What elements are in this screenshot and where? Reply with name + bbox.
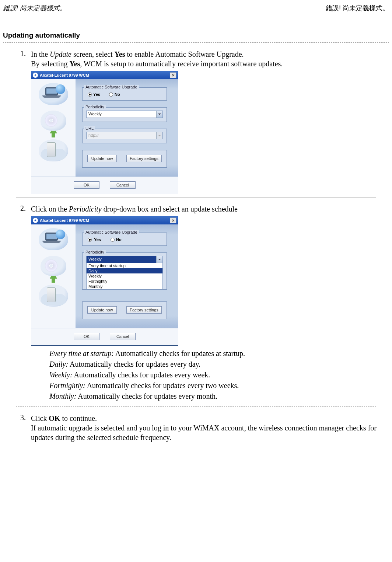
periodicity-fieldset: Periodicity Weekly Every time at startup… bbox=[82, 252, 167, 290]
factory-settings-button[interactable]: Factory settings bbox=[126, 306, 162, 314]
section-rule bbox=[3, 42, 389, 43]
dialog-footer: OK Cancel bbox=[31, 328, 178, 345]
divider bbox=[16, 197, 376, 198]
periodicity-value: Weekly bbox=[87, 111, 156, 118]
laptop-globe-icon bbox=[39, 228, 68, 250]
wcm-dialog: ✦ Alcatel-Lucent 9799 WCM ✕ Automatic So… bbox=[31, 216, 178, 346]
cd-icon bbox=[41, 111, 66, 131]
up-arrow-icon bbox=[50, 130, 57, 137]
periodicity-label: Periodicity bbox=[84, 105, 106, 109]
action-fieldset: Update now Factory settings bbox=[82, 150, 167, 168]
option-monthly[interactable]: Monthly bbox=[87, 284, 162, 289]
dialog-title: Alcatel-Lucent 9799 WCM bbox=[40, 218, 170, 223]
desc-startup: Every time at startup: Automatically che… bbox=[49, 349, 389, 359]
option-weekly[interactable]: Weekly bbox=[87, 273, 162, 279]
server-cloud-icon bbox=[39, 285, 68, 307]
step-num: 1. bbox=[18, 49, 31, 69]
dialog-titlebar: ✦ Alcatel-Lucent 9799 WCM ✕ bbox=[31, 216, 178, 224]
desc-monthly: Monthly: Automatically checks for update… bbox=[49, 391, 389, 401]
action-fieldset: Update now Factory settings bbox=[82, 301, 167, 319]
close-button[interactable]: ✕ bbox=[170, 72, 176, 78]
desc-fortnightly: Fortnightly: Automatically checks for up… bbox=[49, 381, 389, 391]
laptop-globe-icon bbox=[39, 83, 68, 105]
header-error-right: 錯誤! 尚未定義樣式。 bbox=[326, 4, 389, 13]
app-icon: ✦ bbox=[33, 73, 38, 78]
step-body: Click OK to continue. If automatic upgra… bbox=[31, 413, 389, 442]
step-1: 1. In the Update screen, select Yes to e… bbox=[18, 49, 389, 69]
update-now-button[interactable]: Update now bbox=[87, 155, 117, 162]
ok-button[interactable]: OK bbox=[74, 181, 99, 189]
auto-upgrade-fieldset: Automatic Software Upgrade Yes No bbox=[82, 233, 167, 246]
chevron-down-icon bbox=[156, 132, 162, 139]
periodicity-value: Weekly bbox=[87, 256, 156, 263]
url-fieldset: URL http:// bbox=[82, 129, 167, 143]
cancel-button[interactable]: Cancel bbox=[110, 181, 136, 189]
option-fortnightly[interactable]: Fortnightly bbox=[87, 279, 162, 284]
section-title: Updating automatically bbox=[3, 31, 389, 39]
desc-weekly: Weekly: Automatically checks for updates… bbox=[49, 370, 389, 380]
close-button[interactable]: ✕ bbox=[170, 217, 176, 223]
dialog-footer: OK Cancel bbox=[31, 177, 178, 194]
option-startup[interactable]: Every time at startup bbox=[87, 263, 162, 268]
up-arrow-icon bbox=[50, 275, 57, 283]
step-num: 2. bbox=[18, 204, 31, 214]
step-body: Click on the Periodicity drop-down box a… bbox=[31, 204, 389, 214]
step-body: In the Update screen, select Yes to enab… bbox=[31, 49, 389, 69]
header-rule bbox=[3, 20, 389, 20]
url-value: http:// bbox=[87, 132, 156, 139]
periodicity-fieldset: Periodicity Weekly bbox=[82, 107, 167, 122]
radio-no[interactable]: No bbox=[111, 237, 122, 242]
ok-button[interactable]: OK bbox=[74, 333, 99, 340]
chevron-down-icon[interactable] bbox=[156, 111, 162, 118]
auto-upgrade-label: Automatic Software Upgrade bbox=[84, 85, 139, 89]
screenshot-1: ✦ Alcatel-Lucent 9799 WCM ✕ Automatic So… bbox=[31, 71, 389, 194]
periodicity-descriptions: Every time at startup: Automatically che… bbox=[49, 349, 389, 401]
periodicity-combo[interactable]: Weekly bbox=[86, 256, 163, 263]
radio-no[interactable]: No bbox=[109, 92, 120, 97]
screenshot-2: ✦ Alcatel-Lucent 9799 WCM ✕ Automatic So… bbox=[31, 216, 389, 346]
auto-upgrade-label: Automatic Software Upgrade bbox=[84, 230, 139, 234]
wcm-dialog: ✦ Alcatel-Lucent 9799 WCM ✕ Automatic So… bbox=[31, 71, 178, 194]
dialog-title: Alcatel-Lucent 9799 WCM bbox=[40, 73, 170, 77]
step-2: 2. Click on the Periodicity drop-down bo… bbox=[18, 204, 389, 214]
step-3: 3. Click OK to continue. If automatic up… bbox=[18, 413, 389, 442]
radio-yes[interactable]: Yes bbox=[88, 92, 100, 97]
step-num: 3. bbox=[18, 413, 31, 442]
auto-upgrade-fieldset: Automatic Software Upgrade Yes No bbox=[82, 87, 167, 101]
page-header: 錯誤! 尚未定義樣式。 錯誤! 尚未定義樣式。 bbox=[3, 4, 389, 13]
chevron-down-icon[interactable] bbox=[156, 256, 162, 263]
url-combo: http:// bbox=[86, 132, 163, 139]
option-daily[interactable]: Daily bbox=[87, 268, 162, 273]
dialog-illustration bbox=[31, 224, 76, 328]
periodicity-label: Periodicity bbox=[84, 250, 106, 254]
dialog-illustration bbox=[31, 79, 76, 177]
periodicity-list[interactable]: Every time at startup Daily Weekly Fortn… bbox=[86, 263, 163, 289]
radio-yes[interactable]: Yes bbox=[88, 237, 102, 242]
app-icon: ✦ bbox=[33, 218, 38, 223]
factory-settings-button[interactable]: Factory settings bbox=[126, 155, 162, 162]
desc-daily: Daily: Automatically checks for updates … bbox=[49, 359, 389, 369]
cd-icon bbox=[41, 256, 66, 276]
update-now-button[interactable]: Update now bbox=[87, 306, 117, 314]
periodicity-combo[interactable]: Weekly bbox=[86, 111, 163, 118]
server-cloud-icon bbox=[39, 139, 68, 161]
url-label: URL bbox=[84, 126, 95, 130]
dialog-titlebar: ✦ Alcatel-Lucent 9799 WCM ✕ bbox=[31, 71, 178, 79]
cancel-button[interactable]: Cancel bbox=[110, 333, 136, 340]
divider bbox=[16, 406, 376, 407]
header-error-left: 錯誤! 尚未定義樣式。 bbox=[3, 4, 66, 13]
